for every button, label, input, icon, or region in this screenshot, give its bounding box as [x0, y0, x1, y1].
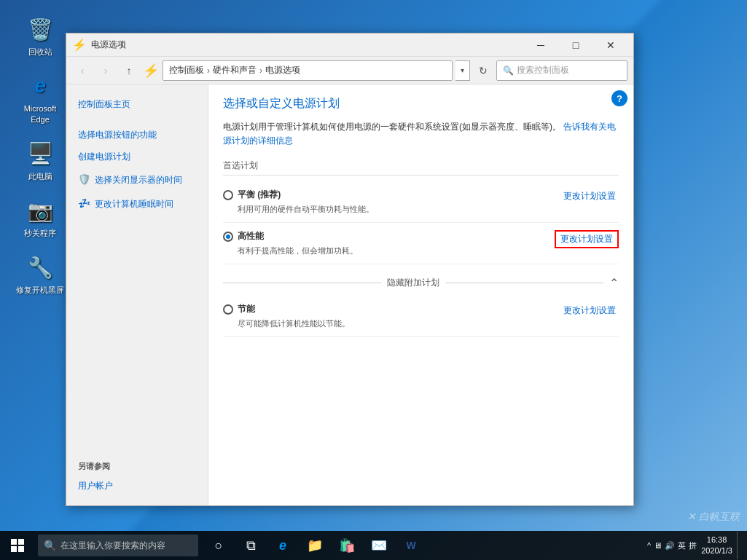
sleep-time-icon: 💤	[78, 196, 90, 211]
taskbar-store-button[interactable]: 🛍️	[332, 531, 361, 560]
taskbar: 🔍 在这里输入你要搜索的内容 ○ ⧉ e 📁 🛍️ ✉️ W ^ 🖥 🔊 英 拼…	[0, 531, 747, 560]
minimize-button[interactable]: ─	[524, 33, 558, 57]
taskbar-date: 2020/1/3	[701, 545, 732, 556]
refresh-button[interactable]: ↻	[473, 60, 493, 81]
address-path[interactable]: 控制面板 › 硬件和声音 › 电源选项	[163, 60, 453, 81]
taskbar-tray: ^ 🖥 🔊 英 拼	[647, 540, 697, 551]
taskbar-show-desktop-button[interactable]	[737, 532, 741, 559]
taskbar-mail-button[interactable]: ✉️	[364, 531, 394, 560]
breadcrumb-item-2: 硬件和声音	[213, 64, 257, 76]
edge-icon-desktop[interactable]: e MicrosoftEdge	[15, 71, 66, 125]
tray-volume-icon[interactable]: 🔊	[665, 541, 675, 551]
window-content: 控制面板主页 选择电源按钮的功能 创建电源计划 🛡️ 选择关闭显示器的时间 💤 …	[66, 84, 633, 505]
taskbar-search-text: 在这里输入你要搜索的内容	[60, 540, 165, 552]
plan-right-high-perf: 更改计划设置	[555, 230, 619, 248]
breadcrumb-sep-1: ›	[207, 66, 210, 76]
desktop-icons-container: 🗑️ 回收站 e MicrosoftEdge 🖥️ 此电脑 📷 秒关程序 🔧 修…	[15, 15, 66, 296]
recycle-bin-icon[interactable]: 🗑️ 回收站	[15, 15, 66, 57]
search-placeholder: 搜索控制面板	[517, 64, 569, 76]
plan-radio-row-balanced: 平衡 (推荐)	[223, 189, 560, 201]
plan-right-balanced: 更改计划设置	[560, 189, 619, 204]
balanced-change-btn[interactable]: 更改计划设置	[560, 189, 619, 204]
taskbar-edge-button[interactable]: e	[268, 531, 297, 560]
high-performance-radio[interactable]	[223, 232, 233, 242]
sidebar-item-display-time[interactable]: 🛡️ 选择关闭显示器的时间	[66, 167, 208, 192]
edge-label: MicrosoftEdge	[24, 103, 57, 125]
this-pc-icon[interactable]: 🖥️ 此电脑	[15, 139, 66, 181]
address-dropdown[interactable]: ▾	[455, 60, 470, 81]
up-button[interactable]: ↑	[119, 60, 139, 81]
sidebar: 控制面板主页 选择电源按钮的功能 创建电源计划 🛡️ 选择关闭显示器的时间 💤 …	[66, 84, 208, 505]
sidebar-item-sleep-time[interactable]: 💤 更改计算机睡眠时间	[66, 192, 208, 216]
plan-radio-row-high-perf: 高性能	[223, 230, 555, 242]
power-options-window: ⚡ 电源选项 ─ □ ✕ ‹ › ↑ ⚡ 控制面板 › 硬件和声音 › 电源选项…	[66, 33, 634, 506]
taskbar-app-icons: ○ ⧉ e 📁 🛍️ ✉️ W	[204, 531, 426, 560]
taskbar-search-icon: 🔍	[44, 540, 56, 551]
high-performance-name: 高性能	[238, 230, 264, 242]
forward-button[interactable]: ›	[95, 60, 116, 81]
taskbar-cortana-button[interactable]: ○	[204, 531, 233, 560]
back-button[interactable]: ‹	[72, 60, 93, 81]
collapse-button[interactable]: ⌃	[609, 276, 619, 290]
this-pc-image: 🖥️	[26, 139, 55, 168]
screenshot-tool-icon[interactable]: 📷 秒关程序	[15, 196, 66, 238]
edge-icon-image: e	[26, 71, 55, 100]
start-button[interactable]	[0, 531, 35, 560]
taskbar-word-button[interactable]: W	[396, 531, 426, 560]
sidebar-item-create-plan[interactable]: 创建电源计划	[66, 146, 208, 167]
balanced-desc: 利用可用的硬件自动平衡功耗与性能。	[238, 204, 560, 215]
tray-chevron[interactable]: ^	[647, 541, 651, 550]
maximize-button[interactable]: □	[559, 33, 592, 57]
balanced-radio[interactable]	[223, 190, 233, 200]
fix-boot-icon[interactable]: 🔧 修复开机黑屏	[15, 253, 66, 295]
taskbar-clock[interactable]: 16:38 2020/1/3	[701, 535, 732, 557]
plan-item-balanced: 平衡 (推荐) 利用可用的硬件自动平衡功耗与性能。 更改计划设置	[223, 181, 619, 223]
search-bar[interactable]: 🔍 搜索控制面板	[496, 60, 627, 81]
fix-boot-label: 修复开机黑屏	[16, 285, 64, 295]
balanced-name: 平衡 (推荐)	[238, 189, 281, 201]
display-time-icon: 🛡️	[78, 172, 90, 187]
tray-lang-en[interactable]: 英	[678, 540, 686, 551]
plan-left-balanced: 平衡 (推荐) 利用可用的硬件自动平衡功耗与性能。	[223, 189, 560, 215]
sidebar-item-user-accounts[interactable]: 用户帐户	[66, 475, 208, 497]
taskbar-time: 16:38	[701, 535, 732, 545]
sidebar-item-power-button[interactable]: 选择电源按钮的功能	[66, 124, 208, 146]
watermark: ✕ 白帆互联	[687, 510, 740, 524]
plan-item-high-performance: 高性能 有利于提高性能，但会增加功耗。 更改计划设置	[223, 223, 619, 264]
plan-left-power-saver: 节能 尽可能降低计算机性能以节能。	[223, 303, 560, 329]
close-button[interactable]: ✕	[594, 33, 627, 57]
address-bar-icon: ⚡	[142, 62, 160, 79]
title-bar: ⚡ 电源选项 ─ □ ✕	[66, 33, 633, 57]
sidebar-item-sleep-time-label: 更改计算机睡眠时间	[95, 197, 173, 210]
breadcrumb-item-1: 控制面板	[169, 64, 204, 76]
page-description-text: 电源计划用于管理计算机如何使用电源的一套硬件和系统设置(如显示器亮度、睡眠等)。	[223, 122, 561, 132]
taskbar-task-view-button[interactable]: ⧉	[236, 531, 265, 560]
desktop: 🗑️ 回收站 e MicrosoftEdge 🖥️ 此电脑 📷 秒关程序 🔧 修…	[0, 0, 747, 560]
tray-network-icon: 🖥	[654, 541, 662, 550]
address-bar: ‹ › ↑ ⚡ 控制面板 › 硬件和声音 › 电源选项 ▾ ↻ 🔍 搜索控制面板	[66, 57, 633, 84]
help-button[interactable]: ?	[611, 90, 627, 106]
power-saver-desc: 尽可能降低计算机性能以节能。	[238, 318, 560, 329]
power-saver-change-btn[interactable]: 更改计划设置	[560, 303, 619, 318]
power-saver-name: 节能	[238, 303, 255, 315]
sidebar-item-display-time-label: 选择关闭显示器的时间	[95, 173, 182, 186]
main-content-area: ? 选择或自定义电源计划 电源计划用于管理计算机如何使用电源的一套硬件和系统设置…	[208, 84, 633, 505]
taskbar-search-bar[interactable]: 🔍 在这里输入你要搜索的内容	[38, 535, 198, 556]
screenshot-tool-image: 📷	[26, 196, 55, 225]
page-title: 选择或自定义电源计划	[223, 96, 619, 111]
taskbar-right-area: ^ 🖥 🔊 英 拼 16:38 2020/1/3	[647, 532, 747, 559]
tray-lang-pinyin[interactable]: 拼	[689, 540, 697, 551]
this-pc-label: 此电脑	[28, 171, 52, 181]
plan-radio-row-power-saver: 节能	[223, 303, 560, 315]
sidebar-item-home[interactable]: 控制面板主页	[66, 93, 208, 115]
high-performance-change-btn[interactable]: 更改计划设置	[555, 230, 619, 248]
screenshot-tool-label: 秒关程序	[24, 228, 56, 238]
plan-left-high-perf: 高性能 有利于提高性能，但会增加功耗。	[223, 230, 555, 256]
also-see-label: 另请参阅	[66, 449, 208, 475]
power-saver-radio[interactable]	[223, 304, 233, 315]
taskbar-explorer-button[interactable]: 📁	[300, 531, 329, 560]
search-icon: 🔍	[503, 66, 514, 76]
plan-right-power-saver: 更改计划设置	[560, 303, 619, 318]
breadcrumb-sep-2: ›	[259, 66, 262, 76]
breadcrumb-item-3: 电源选项	[265, 64, 300, 76]
